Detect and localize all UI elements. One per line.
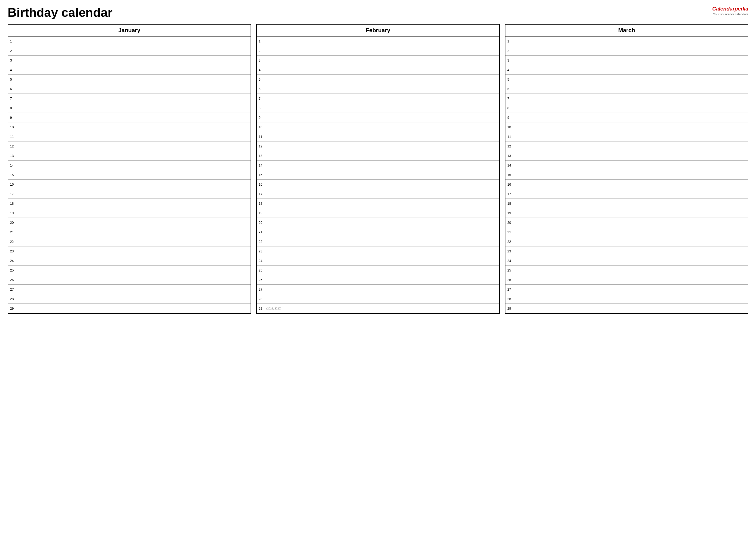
page-title: Birthday calendar: [8, 6, 112, 19]
day-row: 22: [8, 237, 250, 246]
day-number: 22: [257, 239, 265, 244]
day-row: 19: [257, 208, 499, 218]
day-row: 21: [8, 227, 250, 237]
day-row: 25: [506, 266, 748, 275]
day-number: 24: [506, 258, 514, 264]
day-row: 16: [8, 180, 250, 189]
month-calendar-march: March12345678910111213141516171819202122…: [505, 24, 748, 314]
day-row: 6: [257, 84, 499, 94]
day-number: 8: [257, 105, 265, 111]
day-number: 29: [8, 306, 17, 311]
day-number: 1: [257, 38, 265, 44]
day-number: 13: [506, 153, 514, 159]
day-number: 5: [506, 77, 514, 82]
day-number: 2: [8, 48, 17, 54]
day-row: 15: [257, 170, 499, 180]
day-row: 4: [506, 65, 748, 75]
day-number: 18: [506, 201, 514, 206]
day-row: 19: [8, 208, 250, 218]
day-row: 11: [8, 132, 250, 141]
logo-text: Calendarpedia: [712, 6, 748, 12]
day-number: 16: [506, 182, 514, 187]
day-row: 1: [8, 36, 250, 46]
day-number: 8: [506, 105, 514, 111]
day-number: 17: [8, 191, 17, 197]
day-number: 28: [8, 296, 17, 302]
day-row: 6: [506, 84, 748, 94]
day-number: 5: [8, 77, 17, 82]
day-row: 26: [257, 275, 499, 285]
day-number: 16: [257, 182, 265, 187]
day-row: 14: [257, 161, 499, 170]
day-number: 1: [8, 38, 17, 44]
day-number: 6: [257, 86, 265, 92]
day-row: 4: [8, 65, 250, 75]
day-row: 5: [257, 75, 499, 84]
day-row: 27: [257, 285, 499, 294]
day-row: 9: [506, 113, 748, 122]
day-number: 10: [257, 124, 265, 130]
day-row: 16: [257, 180, 499, 189]
day-row: 16: [506, 180, 748, 189]
day-number: 2: [257, 48, 265, 54]
logo-area: Calendarpedia Your source for calendars: [712, 6, 748, 16]
day-row: 7: [506, 94, 748, 103]
day-row: 18: [506, 199, 748, 208]
day-row: 6: [8, 84, 250, 94]
day-row: 25: [8, 266, 250, 275]
day-number: 27: [506, 287, 514, 292]
day-row: 26: [506, 275, 748, 285]
day-number: 24: [257, 258, 265, 264]
day-row: 13: [257, 151, 499, 161]
day-row: 5: [506, 75, 748, 84]
day-number: 26: [506, 277, 514, 283]
day-number: 28: [506, 296, 514, 302]
day-number: 15: [8, 172, 17, 178]
day-row: 17: [257, 189, 499, 199]
day-number: 29: [506, 306, 514, 311]
day-number: 11: [8, 134, 17, 139]
day-row: 20: [8, 218, 250, 227]
day-number: 22: [506, 239, 514, 244]
day-number: 4: [8, 67, 17, 73]
day-number: 12: [506, 143, 514, 149]
day-number: 6: [8, 86, 17, 92]
day-number: 12: [257, 143, 265, 149]
day-row: 24: [506, 256, 748, 266]
day-row: 15: [506, 170, 748, 180]
day-row: 20: [506, 218, 748, 227]
day-number: 26: [257, 277, 265, 283]
day-number: 25: [506, 267, 514, 273]
day-row: 10: [506, 122, 748, 132]
day-number: 13: [257, 153, 265, 159]
day-number: 16: [8, 182, 17, 187]
day-number: 2: [506, 48, 514, 54]
day-number: 27: [8, 287, 17, 292]
day-number: 10: [506, 124, 514, 130]
day-row: 3: [257, 56, 499, 65]
day-number: 7: [257, 96, 265, 101]
day-row: 9: [257, 113, 499, 122]
day-number: 15: [506, 172, 514, 178]
day-row: 20: [257, 218, 499, 227]
day-number: 26: [8, 277, 17, 283]
day-number: 23: [257, 248, 265, 254]
day-number: 3: [257, 58, 265, 63]
day-row: 8: [257, 103, 499, 113]
day-number: 9: [257, 115, 265, 121]
day-row: 23: [8, 246, 250, 256]
day-row: 18: [8, 199, 250, 208]
day-number: 21: [8, 229, 17, 235]
day-number: 20: [8, 220, 17, 226]
day-row: 22: [257, 237, 499, 246]
day-number: 11: [257, 134, 265, 139]
day-row: 4: [257, 65, 499, 75]
day-number: 19: [8, 210, 17, 216]
day-number: 20: [506, 220, 514, 226]
day-row: 8: [506, 103, 748, 113]
calendars-row: January123456789101112131415161718192021…: [8, 24, 748, 314]
day-row: 23: [257, 246, 499, 256]
day-number: 13: [8, 153, 17, 159]
day-number: 9: [8, 115, 17, 121]
day-row: 13: [8, 151, 250, 161]
